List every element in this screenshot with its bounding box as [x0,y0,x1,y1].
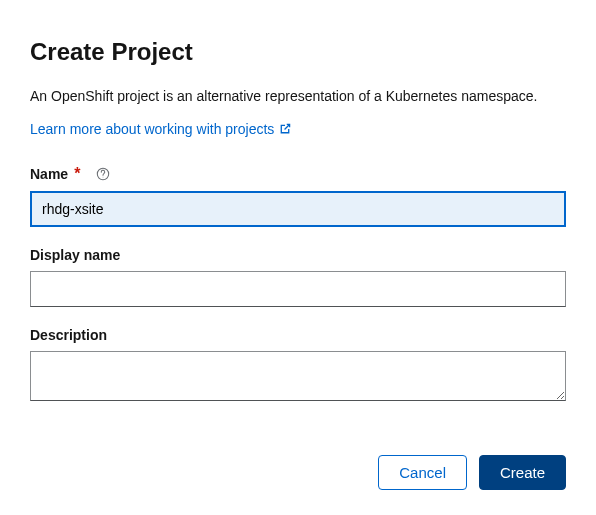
learn-more-text: Learn more about working with projects [30,121,274,137]
description-input[interactable] [30,351,566,401]
required-indicator: * [74,165,80,183]
help-icon[interactable] [96,167,110,181]
display-name-label: Display name [30,247,120,263]
description-label: Description [30,327,107,343]
create-button[interactable]: Create [479,455,566,490]
description-field-group: Description [30,327,566,405]
page-description: An OpenShift project is an alternative r… [30,88,566,104]
button-row: Cancel Create [30,455,566,490]
display-name-input[interactable] [30,271,566,307]
name-input[interactable] [30,191,566,227]
svg-point-1 [103,177,104,178]
name-label: Name [30,166,68,182]
cancel-button[interactable]: Cancel [378,455,467,490]
learn-more-link[interactable]: Learn more about working with projects [30,121,292,137]
external-link-icon [278,122,292,136]
display-name-field-group: Display name [30,247,566,307]
page-title: Create Project [30,38,566,66]
name-field-group: Name * [30,165,566,227]
